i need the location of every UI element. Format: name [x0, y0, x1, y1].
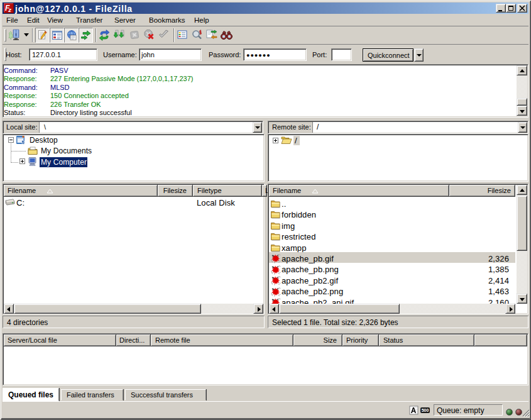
svg-text:z: z — [8, 6, 11, 13]
